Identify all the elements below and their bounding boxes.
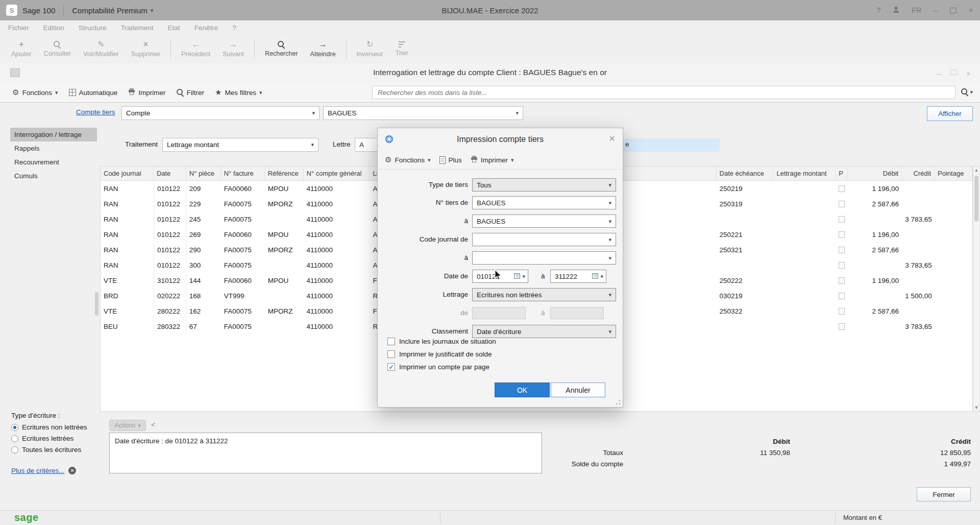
account-type-select[interactable]: Compte▾ — [121, 106, 320, 120]
splitter-handle[interactable] — [95, 292, 99, 316]
minimize-icon[interactable]: – — [934, 6, 938, 14]
toolbar-ajouter[interactable]: +Ajouter — [5, 35, 38, 63]
close-icon[interactable]: × — [966, 69, 971, 79]
toolbar-supprimer[interactable]: ×Supprimer — [125, 35, 167, 63]
pointage-checkbox[interactable] — [839, 323, 845, 330]
menu-item-item[interactable]: ? — [232, 24, 236, 32]
column-header-date-ch-ance[interactable]: Date échéance — [717, 166, 774, 180]
toolbar-suivant[interactable]: →Suivant — [216, 35, 250, 63]
toolbar-rechercher[interactable]: Rechercher — [259, 35, 304, 63]
radio-icon[interactable] — [11, 435, 18, 442]
menu-item-fen-tre[interactable]: Fenêtre — [194, 24, 218, 32]
sidebar-item-recouvrement[interactable]: Recouvrement — [10, 155, 97, 169]
clear-criteria-icon[interactable]: ✕ — [68, 467, 76, 474]
toolbar-atteindre[interactable]: →Atteindre — [304, 35, 342, 63]
column-header-n-compte-g-n-ral[interactable]: N° compte général — [304, 166, 370, 180]
menu-item-etat[interactable]: Etat — [168, 24, 180, 32]
account-number-select[interactable]: BAGUES▾ — [323, 106, 523, 120]
mes-filtres-menu[interactable]: ★ Mes filtres▾ — [215, 88, 262, 97]
pointage-checkbox[interactable] — [839, 262, 845, 269]
automatique-button[interactable]: Automatique — [69, 89, 118, 97]
checkbox-inclure-les-journaux-de-situation[interactable]: Inclure les journaux de situation — [387, 338, 496, 345]
module-switcher[interactable]: Comptabilité Premium▾ — [72, 6, 153, 15]
date-a-field[interactable]: 311222 ▾ — [550, 270, 606, 283]
scroll-up-icon[interactable]: ▲ — [973, 168, 979, 173]
search-button[interactable]: ▾ — [961, 88, 973, 96]
journal-de-select[interactable]: ▾ — [472, 233, 616, 246]
toolbar-voir-modifier[interactable]: ✎Voir/Modifier — [77, 35, 125, 63]
radio-ecritures-non-lettr-es[interactable]: Ecritures non lettrées — [11, 423, 99, 431]
column-header-lettrage-montant[interactable]: Lettrage montant — [773, 166, 836, 180]
help-icon[interactable]: ? — [877, 6, 881, 14]
checkbox-icon[interactable] — [387, 350, 395, 358]
checkbox-imprimer-le-justificatif-de-solde[interactable]: Imprimer le justificatif de solde — [387, 350, 496, 358]
pointage-checkbox[interactable] — [839, 231, 845, 238]
fonctions-menu[interactable]: ⚙ Fonctions▾ — [12, 88, 58, 97]
toolbar-trier[interactable]: Trier — [389, 35, 414, 63]
scroll-left-icon[interactable]: < — [149, 421, 157, 429]
maximize-icon[interactable] — [950, 69, 957, 75]
pointage-checkbox[interactable] — [839, 247, 845, 253]
language-indicator[interactable]: FR — [912, 6, 921, 14]
column-header-d-bit[interactable]: Débit — [848, 166, 902, 180]
column-header-code-journal[interactable]: Code journal — [101, 166, 154, 180]
search-input[interactable] — [373, 86, 955, 99]
pointage-checkbox[interactable] — [839, 308, 845, 315]
vertical-scrollbar[interactable]: ▲ ▼ — [973, 166, 980, 412]
menu-item-structure[interactable]: Structure — [79, 24, 107, 32]
dialog-imprimer-menu[interactable]: Imprimer▾ — [471, 156, 514, 164]
toolbar-inverseur[interactable]: ↻Inverseur — [351, 35, 389, 63]
journal-a-select[interactable]: ▾ — [472, 251, 616, 265]
radio-toutes-les-critures[interactable]: Toutes les écritures — [11, 446, 99, 454]
column-header-p[interactable]: P — [836, 166, 848, 180]
column-header-cr-dit[interactable]: Crédit — [902, 166, 935, 180]
toolbar-consulter[interactable]: Consulter — [38, 35, 78, 63]
compte-tiers-link[interactable]: Compte tiers — [76, 108, 115, 116]
toolbar-pr-c-dent[interactable]: ←Précédent — [175, 35, 216, 63]
column-header-pointage[interactable]: Pointage — [935, 166, 972, 180]
calendar-icon[interactable] — [514, 273, 520, 280]
column-header-n-pi-ce[interactable]: N° pièce — [186, 166, 221, 180]
checkbox-icon[interactable] — [387, 338, 395, 345]
maximize-icon[interactable] — [950, 8, 957, 13]
checkbox-checked-icon[interactable]: ✓ — [387, 363, 395, 371]
radio-ecritures-lettr-es[interactable]: Ecritures lettrées — [11, 435, 99, 442]
scroll-down-icon[interactable]: ▼ — [973, 405, 979, 410]
pointage-checkbox[interactable] — [839, 277, 845, 284]
column-header-n-facture[interactable]: N° facture — [221, 166, 265, 180]
tiers-a-select[interactable]: BAGUES▾ — [472, 214, 616, 228]
filtrer-button[interactable]: Filtrer — [177, 89, 205, 97]
menu-item-fichier[interactable]: Fichier — [8, 24, 29, 32]
lettrage-select[interactable]: Ecritures non lettrées▾ — [472, 288, 616, 301]
column-header-r-f-rence[interactable]: Référence — [265, 166, 304, 180]
classement-select[interactable]: Date d'écriture▾ — [472, 325, 616, 338]
type-tiers-select[interactable]: Tous▾ — [472, 178, 616, 192]
sidebar-item-cumuls[interactable]: Cumuls — [10, 169, 97, 183]
menu-item-traitement[interactable]: Traitement — [121, 24, 154, 32]
menu-item-edition[interactable]: Edition — [43, 24, 64, 32]
pointage-checkbox[interactable] — [839, 293, 845, 299]
resize-grip[interactable] — [616, 400, 621, 405]
plus-criteres-link[interactable]: Plus de critères... — [11, 467, 64, 474]
radio-icon[interactable] — [11, 446, 18, 454]
pointage-checkbox[interactable] — [839, 185, 845, 192]
traitement-select[interactable]: Lettrage montant▾ — [162, 138, 318, 152]
checkbox-imprimer-un-compte-par-page[interactable]: ✓Imprimer un compte par page — [387, 363, 496, 371]
annuler-button[interactable]: Annuler — [551, 383, 605, 397]
ok-button[interactable]: OK — [495, 383, 550, 397]
minimize-icon[interactable]: – — [937, 69, 941, 79]
scrollbar-thumb[interactable] — [974, 176, 978, 222]
calendar-icon[interactable] — [592, 273, 598, 280]
close-icon[interactable]: ✕ — [609, 134, 616, 144]
fermer-button[interactable]: Fermer — [917, 487, 971, 502]
afficher-button[interactable]: Afficher — [927, 106, 973, 121]
actions-button[interactable]: Actions▾ — [109, 420, 146, 431]
user-icon[interactable] — [893, 6, 899, 15]
dialog-plus-button[interactable]: Plus — [439, 156, 462, 164]
pointage-checkbox[interactable] — [839, 216, 845, 223]
dialog-fonctions-menu[interactable]: ⚙ Fonctions▾ — [385, 155, 431, 164]
close-icon[interactable]: × — [969, 6, 973, 14]
column-header-date[interactable]: Date — [154, 166, 186, 180]
pointage-checkbox[interactable] — [839, 201, 845, 207]
imprimer-button[interactable]: Imprimer — [128, 88, 165, 97]
